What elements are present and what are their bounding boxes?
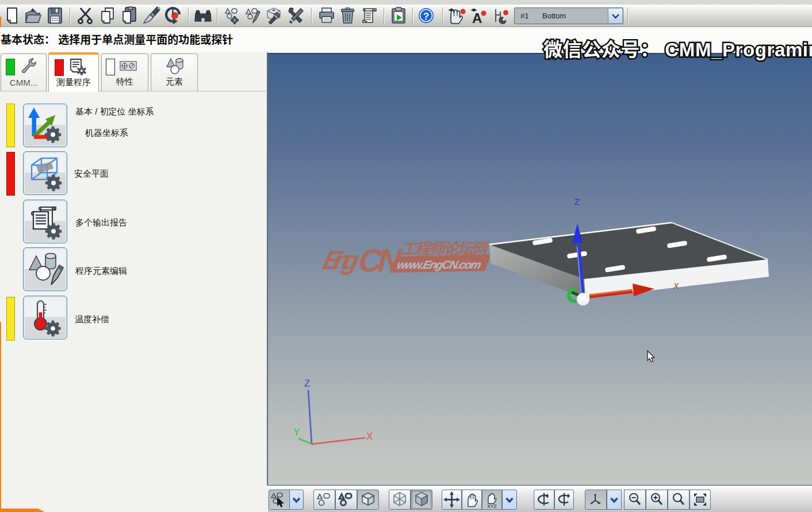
svg-text:Y: Y (293, 427, 300, 438)
svg-text:?: ? (423, 11, 429, 22)
svg-text:微信公众号： CMM_Programin: 微信公众号： CMM_Programin (543, 35, 812, 62)
svg-text:X: X (366, 431, 373, 442)
svg-text:XYZ: XYZ (487, 503, 497, 509)
svg-text:www.EngCN.com: www.EngCN.com (396, 258, 482, 271)
svg-text:Z: Z (304, 378, 310, 389)
svg-text:A: A (472, 10, 482, 25)
svg-text:Z: Z (574, 197, 580, 207)
svg-text:X: X (673, 281, 679, 291)
